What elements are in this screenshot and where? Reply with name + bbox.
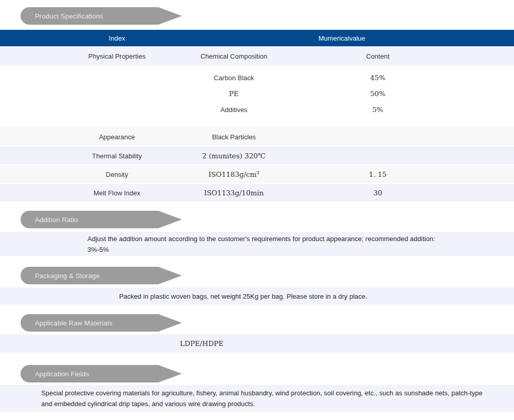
banner-label: Addition Ratio — [35, 216, 78, 224]
table-row-density: Density ISO1183g/cm³ 1. 15 — [0, 166, 514, 183]
row-method: 2 (munites) 320℃ — [131, 152, 337, 160]
banner-arrow-icon — [158, 365, 182, 382]
banner-label: Application Fields — [35, 370, 89, 378]
packaging-storage-text-line: Packed in plastic woven bags, net weight… — [119, 291, 368, 302]
section-banner-packaging-storage: Packaging & Storage — [21, 267, 160, 284]
banner-label: Product Specifications — [35, 12, 103, 20]
table-row-additives: Additives 5% — [0, 101, 514, 117]
spec-table-header: Index Mumericalvalue — [0, 30, 514, 46]
table-row-subheader: Physical Properties Chemical Composition… — [0, 46, 514, 65]
raw-materials-value: LDPE/HDPE — [0, 338, 403, 349]
composition-block: Carbon Black 45% PE 50% Additives 5% — [0, 65, 514, 127]
banner-arrow-icon — [158, 211, 182, 228]
composition-value: 50% — [301, 89, 455, 98]
banner-arrow-icon — [158, 267, 182, 284]
section-banner-addition-ratio: Addition Ratio — [21, 211, 160, 228]
row-method: Black Particles — [131, 133, 337, 140]
row-value: 1. 15 — [301, 170, 455, 178]
raw-materials-block: LDPE/HDPE — [0, 334, 514, 353]
packaging-storage-text: Packed in plastic woven bags, net weight… — [0, 287, 514, 305]
header-cell-index: Index — [0, 34, 234, 42]
section-banner-applicable-raw-materials: Applicable Raw Materials — [21, 314, 160, 332]
banner-label: Applicable Raw Materials — [35, 319, 113, 327]
banner-arrow-icon — [158, 7, 182, 25]
table-row-carbon-black: Carbon Black 45% — [0, 69, 514, 85]
table-row-thermal-stability: Thermal Stability 2 (munites) 320℃ — [0, 147, 514, 165]
banner-label: Packaging & Storage — [35, 272, 100, 280]
composition-value: 45% — [301, 74, 455, 82]
subheader-content: Content — [301, 52, 455, 60]
header-cell-numerical-value: Mumericalvalue — [234, 34, 450, 42]
spec-table: Index Mumericalvalue Physical Properties… — [0, 30, 514, 202]
addition-ratio-text: Adjust the addition amount according to … — [0, 232, 514, 256]
composition-value: 5% — [301, 105, 455, 114]
application-fields-text: Special protective covering materials fo… — [0, 385, 514, 412]
table-row-appearance: Appearance Black Particles — [0, 127, 514, 145]
table-row-melt-flow-index: Melt Flow Index ISO1133g/10min 30 — [0, 184, 514, 202]
section-banner-product-specifications: Product Specifications — [21, 7, 160, 25]
banner-arrow-icon — [158, 314, 182, 332]
row-value: 30 — [301, 189, 455, 197]
table-row-pe: PE 50% — [0, 85, 514, 101]
section-banner-application-fields: Application Fields — [21, 365, 160, 382]
